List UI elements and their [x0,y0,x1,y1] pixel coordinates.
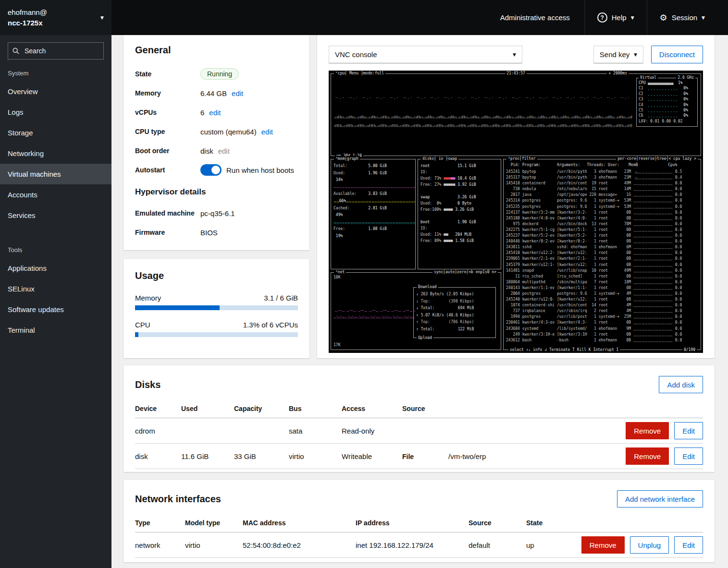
add-network-interface-button[interactable]: Add network interface [617,490,703,508]
console-type-value: VNC console [335,50,377,59]
unplug-network-interface-button[interactable]: Unplug [630,536,669,554]
net-panel-options: sync┤auto├zero┤<b enp1s0 n> [432,269,498,275]
terminal-line: Used: 73% ■■■■■ 10.4 GiB [420,175,498,181]
console-type-select[interactable]: VNC console ▼ [329,46,522,63]
send-key-label: Send key [600,50,630,59]
disk-source-path: /vm-two/erp [448,452,486,460]
terminal-line: Used: 1.96 GiB [333,170,413,177]
host-info: ehofmann@ ncc-1725x [8,7,47,28]
upload-label: Upload [417,335,433,341]
network-table-header: Type Model type MAC address IP address S… [135,513,703,532]
cpu-type-label: CPU type [135,128,200,135]
autostart-toggle[interactable] [200,164,222,176]
vnc-console-screen[interactable]: ¹cpu┤ Menu ├mode:full 21:43:57 + 2000ms … [329,71,703,353]
terminal-line: 1994 postgres /usr/lib/post 1 systemd-+ … [506,314,698,320]
sidebar-item-terminal[interactable]: Terminal [0,320,111,340]
terminal-line: 240143 kworker/1:1-ev [kworker/1:1- 1 ro… [506,285,698,291]
administrative-access-button[interactable]: Administrative access [486,0,584,35]
remove-network-interface-button[interactable]: Remove [581,536,625,554]
cpu-type-edit-link[interactable]: edit [261,128,273,136]
column-access: Access [342,405,402,412]
sidebar-item-virtual-machines[interactable]: Virtual machines [0,164,111,184]
terminal-line: 11 rcu_sched [rcu_sched] 1 root 0B ⣀⣀⣀⣀⣀… [506,274,698,279]
sidebar-item-selinux[interactable]: SELinux [0,278,111,299]
help-menu[interactable]: ? Help ▼ [584,0,647,35]
terminal-line: ⣤⣤⣤⣤⣤⣤⣤⣤⣤⣤⣤⣤⣤⣤⣤⣤⣤⣤⣤⣤⣤⣤⣤⣤⣤⣤⣤⣤⣤⣤⣤⣤⣤⣤ [333,219,413,226]
search-input[interactable] [8,42,104,60]
terminal-line: ↓ 263 Byte/s (2.05 Kibps) [416,291,493,298]
sidebar-item-storage[interactable]: Storage [0,122,111,143]
session-menu[interactable]: ⚙ Session ▼ [647,0,717,35]
cpu-type-value: custom (qemu64) [200,128,257,136]
terminal-line: C6 ⡀⡀⡀⡀⡀⡀⡀⡀⡀⡀⡀ 0% [639,113,695,118]
sidebar-item-logs[interactable]: Logs [0,102,111,122]
remove-disk-button[interactable]: Remove [626,422,669,439]
boot-order-edit-link[interactable]: edit [218,147,230,155]
terminal-line: Free:100% ■■■■ 3.26 GiB [420,206,498,213]
nav-section-tools: Tools [0,238,111,258]
remove-disk-button[interactable]: Remove [626,447,669,465]
memory-label: Memory [135,89,200,97]
sidebar-item-networking[interactable]: Networking [0,143,111,164]
session-label: Session [672,13,697,22]
disk-bus: virtio [289,452,342,460]
add-disk-button[interactable]: Add disk [659,376,703,393]
cpu-panel-title: ¹cpu┤ Menu ├mode:full [334,71,385,76]
cpu-core-meters: CPU ▄▄▄▄▄▄▄▄▄▄▄ 1%C1 ⡀⡀⡀⡀⡀⡀⡀⡀⡀⡀⡀ 0%C2 ⡀⡀… [637,78,697,126]
terminal-line: 240446 kworker/0:2-ev [kworker/0:2- 1 ro… [506,239,698,244]
disks-stats: root 15.1 GiBIO:Used: 73% ■■■■■ 10.4 GiB… [418,159,501,269]
proc-panel-options: per-core┤reverse├tree┤< cpu lazy > [616,156,698,162]
username-text: ehofmann@ [8,7,47,18]
cockpit-app: ehofmann@ ncc-1725x ▼ System Overview Lo… [0,0,728,568]
host-switcher[interactable]: ehofmann@ ncc-1725x ▼ [0,0,111,35]
edit-disk-button[interactable]: Edit [674,422,703,439]
terminal-line: swap 3.26 GiB [420,194,498,200]
terminal-proc-panel: ⁴proc┤filter per-core┤reverse├tree┤< cpu… [503,159,701,350]
net-graph: ⠠⠔⠒⠤⠠⠔⠒⠤⠠⠔⠒⠤⠠⠔⠒⠤⠠⠔⠒⠤⠠⠔⠒⠤⠠⠔⠒⠤⠠⠔⠒⠤⣄⣢⣔⣤⣄⣢⣔⣤… [333,308,415,320]
chevron-down-icon: ▼ [634,52,637,57]
terminal-line: ↑ Total: 122 MiB [416,326,493,333]
network-interfaces-title: Network interfaces [135,494,221,505]
disks-panel-title: disks┤ io ├swap [421,156,458,162]
send-key-dropdown[interactable]: Send key ▼ [593,46,643,63]
table-row: disk 11.6 GiB 33 GiB virtio Writeable Fi… [135,444,703,469]
terminal-line: boot 1.90 GiB [420,219,498,225]
disconnect-button[interactable]: Disconnect [651,46,703,63]
sidebar-item-overview[interactable]: Overview [0,81,111,102]
terminal-line: 243811 sshd sshd: ehofman 1 ehofmann 6M … [506,244,698,250]
disk-source: File/vm-two/erp [402,452,621,460]
terminal-line: Cached: 2.81 GiB [333,205,413,212]
vcpus-label: vCPUs [135,109,200,116]
sidebar-item-services[interactable]: Services [0,205,111,226]
net-scale-top: 10K [333,275,340,280]
disks-title: Disks [135,379,160,390]
main-area: Administrative access ? Help ▼ ⚙ Session… [111,0,728,568]
disk-device: cdrom [135,427,181,435]
sidebar-item-software-updates[interactable]: Software updates [0,299,111,320]
edit-disk-button[interactable]: Edit [674,447,703,465]
terminal-line: 242275 kworker/5:1-cg [kworker/5:1- 1 ro… [506,227,698,233]
search-icon [12,48,19,56]
terminal-disks-panel: disks┤ io ├swap root 15.1 GiBIO:Used: 73… [418,159,501,269]
proc-footer-keys: select ↑↓ info ↲ Terminate T Kill K Inte… [508,347,620,353]
terminal-line: C1 ⡀⡀⡀⡀⡀⡀⡀⡀⡀⡀⡀ 0% [639,85,695,91]
vcpus-edit-link[interactable]: edit [209,109,221,117]
disk-device: disk [135,452,181,460]
column-used: Used [181,405,234,412]
column-state: State [526,519,576,527]
terminal-line: 245317 bpytop /usr/bin/pyth 3 ehofmann 2… [506,175,698,181]
autostart-label: Autostart [135,166,200,174]
terminal-line: 975 dockerd /usr/bin/dock 13 root 78M ⣀⣀… [506,221,698,227]
terminal-line: 34% [333,177,413,184]
sidebar-item-accounts[interactable]: Accounts [0,184,111,205]
emulated-machine-label: Emulated machine [135,209,200,217]
sidebar-item-applications[interactable]: Applications [0,258,111,278]
memory-edit-link[interactable]: edit [232,89,243,97]
edit-network-interface-button[interactable]: Edit [674,536,703,554]
disk-access: Read-only [342,427,402,435]
net-transfer-stats: ↓ 263 Byte/s (2.05 Kibps)↓ Top: (398 Kib… [414,288,495,338]
nic-source: default [469,541,526,549]
column-type: Type [135,519,185,527]
terminal-line: Free: 89% ■■■■ 1.58 GiB [420,238,498,244]
terminal-line: 239065 kworker/2:1-ev [kworker/2:1- 1 ro… [506,256,698,262]
